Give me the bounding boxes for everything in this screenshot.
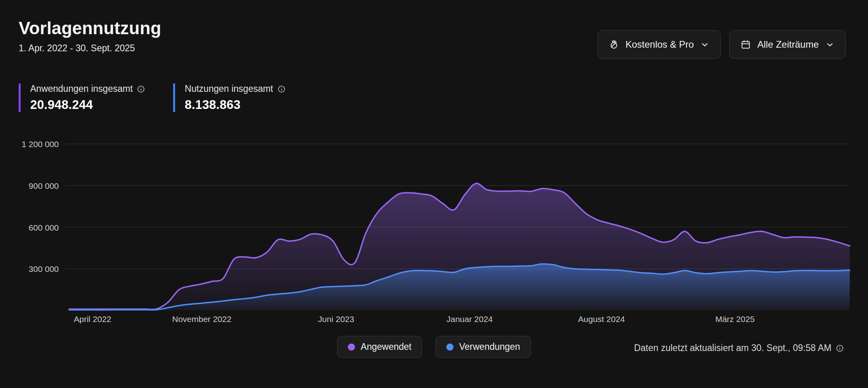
panel-header: Vorlagennutzung 1. Apr. 2022 - 30. Sept.… <box>19 18 846 59</box>
y-axis-label: 900 000 <box>29 181 59 190</box>
usage-area-chart: 1 200 000900 000600 000300 000April 2022… <box>0 134 868 333</box>
stat-label: Nutzungen insgesamt <box>185 83 273 94</box>
money-bag-icon <box>608 39 619 50</box>
info-icon[interactable] <box>277 85 286 93</box>
legend-angewendet[interactable]: Angewendet <box>337 336 422 358</box>
x-axis-label: März 2025 <box>715 314 754 324</box>
page-title: Vorlagennutzung <box>19 18 161 38</box>
chevron-down-icon <box>825 39 835 50</box>
x-axis-label: November 2022 <box>172 314 231 324</box>
info-icon[interactable] <box>137 85 145 93</box>
y-axis-label: 1 200 000 <box>22 140 59 149</box>
x-axis-label: Juni 2023 <box>318 314 354 324</box>
chevron-down-icon <box>700 39 710 50</box>
stat-applied-total: Anwendungen insgesamt 20.948.244 <box>19 83 145 112</box>
plan-filter-button[interactable]: Kostenlos & Pro <box>598 30 721 59</box>
x-axis-label: August 2024 <box>578 314 625 324</box>
last-updated-text: Daten zuletzt aktualisiert am 30. Sept.,… <box>634 343 831 353</box>
stat-value: 20.948.244 <box>30 98 145 112</box>
legend-label: Angewendet <box>361 341 411 352</box>
time-filter-label: Alle Zeiträume <box>757 39 819 50</box>
y-axis-label: 600 000 <box>29 223 59 232</box>
stat-usage-total: Nutzungen insgesamt 8.138.863 <box>173 83 285 112</box>
summary-stats: Anwendungen insgesamt 20.948.244 Nutzung… <box>19 83 846 112</box>
chart-filters: Kostenlos & Pro Alle Zeiträume <box>598 30 846 59</box>
legend-verwendungen[interactable]: Verwendungen <box>436 336 530 358</box>
x-axis-label: Januar 2024 <box>446 314 493 324</box>
date-range: 1. Apr. 2022 - 30. Sept. 2025 <box>19 43 161 54</box>
stat-label: Anwendungen insgesamt <box>30 83 133 94</box>
info-icon[interactable] <box>835 344 844 353</box>
legend-label: Verwendungen <box>459 341 520 352</box>
plan-filter-label: Kostenlos & Pro <box>625 39 694 50</box>
stat-value: 8.138.863 <box>185 98 285 112</box>
title-block: Vorlagennutzung 1. Apr. 2022 - 30. Sept.… <box>19 18 161 54</box>
x-axis-label: April 2022 <box>74 314 112 324</box>
blue-dot-icon <box>446 343 453 351</box>
y-axis-label: 300 000 <box>29 264 59 274</box>
last-updated-note: Daten zuletzt aktualisiert am 30. Sept.,… <box>634 343 844 353</box>
template-usage-panel: Vorlagennutzung 1. Apr. 2022 - 30. Sept.… <box>0 0 868 388</box>
calendar-icon <box>740 39 751 50</box>
time-filter-button[interactable]: Alle Zeiträume <box>729 30 846 59</box>
purple-dot-icon <box>348 343 355 351</box>
